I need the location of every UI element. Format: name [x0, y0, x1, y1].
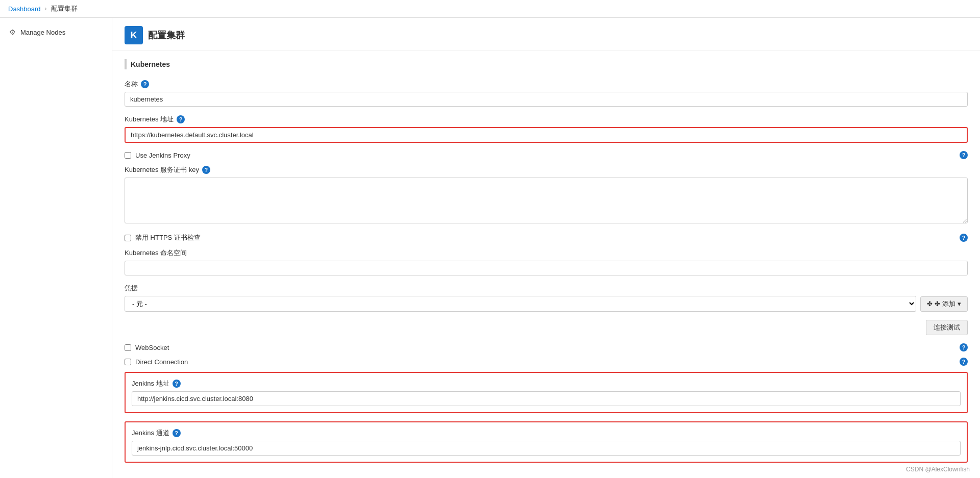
- breadcrumb-separator: ›: [45, 5, 47, 12]
- sidebar: ⚙ Manage Nodes: [0, 18, 112, 478]
- k8s-address-help-icon[interactable]: ?: [177, 115, 185, 123]
- jenkins-tunnel-section: Jenkins 通道 ?: [125, 421, 968, 463]
- k8s-cert-group: Kubernetes 服务证书 key ?: [125, 165, 968, 225]
- name-input[interactable]: [125, 92, 968, 107]
- add-icon: ✤: [927, 300, 933, 308]
- connection-test-button[interactable]: 连接测试: [926, 320, 968, 335]
- k8s-cert-label: Kubernetes 服务证书 key: [125, 165, 199, 174]
- direct-connection-checkbox[interactable]: [125, 359, 131, 365]
- breadcrumb-current: 配置集群: [51, 4, 78, 13]
- websocket-checkbox[interactable]: [125, 344, 131, 351]
- gear-icon: ⚙: [8, 28, 16, 36]
- jenkins-tunnel-help-icon[interactable]: ?: [173, 429, 181, 437]
- k8s-namespace-input[interactable]: [125, 261, 968, 275]
- form-section: Kubernetes 名称 ? Kubernetes 地址 ?: [112, 51, 980, 478]
- name-label: 名称: [125, 80, 138, 89]
- name-group: 名称 ?: [125, 80, 968, 107]
- websocket-label: WebSocket: [135, 344, 169, 351]
- breadcrumb-dashboard[interactable]: Dashboard: [8, 5, 41, 13]
- direct-connection-label: Direct Connection: [135, 358, 188, 366]
- disable-https-row: 禁用 HTTPS 证书检查 ?: [125, 233, 968, 242]
- footer-watermark: CSDN @AlexClownfish: [906, 466, 970, 473]
- kubernetes-section-header: Kubernetes: [125, 59, 968, 71]
- add-button-label: ✤ 添加: [935, 299, 955, 309]
- k8s-address-label: Kubernetes 地址: [125, 115, 174, 124]
- main-content: K 配置集群 Kubernetes 名称 ? Kubern: [112, 18, 980, 478]
- kubernetes-section-title: Kubernetes: [131, 60, 170, 68]
- breadcrumb: Dashboard › 配置集群: [0, 0, 980, 18]
- k8s-cert-help-icon[interactable]: ?: [202, 166, 210, 174]
- jenkins-proxy-help-icon[interactable]: ?: [960, 151, 968, 159]
- jenkins-tunnel-label: Jenkins 通道: [132, 429, 169, 438]
- jenkins-proxy-row: Use Jenkins Proxy ?: [125, 151, 968, 159]
- page-title: 配置集群: [148, 29, 185, 41]
- direct-connection-row: Direct Connection ?: [125, 358, 968, 366]
- use-jenkins-proxy-label: Use Jenkins Proxy: [135, 152, 190, 159]
- jenkins-address-section: Jenkins 地址 ?: [125, 372, 968, 413]
- header-icon: K: [125, 26, 143, 44]
- credentials-group: 凭据 - 元 - ✤ ✤ 添加 ▾: [125, 284, 968, 312]
- connection-test-row: 连接测试: [125, 320, 968, 335]
- credentials-row: - 元 - ✤ ✤ 添加 ▾: [125, 296, 968, 312]
- add-dropdown-arrow: ▾: [958, 300, 961, 308]
- k8s-namespace-label: Kubernetes 命名空间: [125, 248, 187, 258]
- name-help-icon[interactable]: ?: [141, 80, 149, 88]
- credentials-select[interactable]: - 元 -: [125, 296, 916, 312]
- section-accent: [125, 59, 127, 69]
- k8s-namespace-group: Kubernetes 命名空间: [125, 248, 968, 275]
- jenkins-address-label: Jenkins 地址: [132, 379, 169, 388]
- disable-https-label: 禁用 HTTPS 证书检查: [135, 233, 201, 242]
- credentials-label: 凭据: [125, 284, 138, 293]
- use-jenkins-proxy-checkbox[interactable]: [125, 152, 131, 159]
- sidebar-item-manage-nodes[interactable]: ⚙ Manage Nodes: [0, 24, 112, 40]
- disable-https-checkbox[interactable]: [125, 235, 131, 241]
- jenkins-address-help-icon[interactable]: ?: [173, 380, 181, 388]
- websocket-row: WebSocket ?: [125, 343, 968, 351]
- disable-https-help-icon[interactable]: ?: [960, 234, 968, 242]
- k8s-address-group: Kubernetes 地址 ?: [125, 115, 968, 143]
- add-credentials-button[interactable]: ✤ ✤ 添加 ▾: [920, 296, 968, 312]
- jenkins-address-input[interactable]: [132, 391, 961, 406]
- jenkins-tunnel-input[interactable]: [132, 441, 961, 456]
- websocket-help-icon[interactable]: ?: [960, 343, 968, 351]
- sidebar-item-label: Manage Nodes: [20, 29, 65, 36]
- page-header: K 配置集群: [112, 18, 980, 51]
- k8s-cert-textarea[interactable]: [125, 178, 968, 223]
- direct-connection-help-icon[interactable]: ?: [960, 358, 968, 366]
- k8s-address-input[interactable]: [125, 127, 968, 143]
